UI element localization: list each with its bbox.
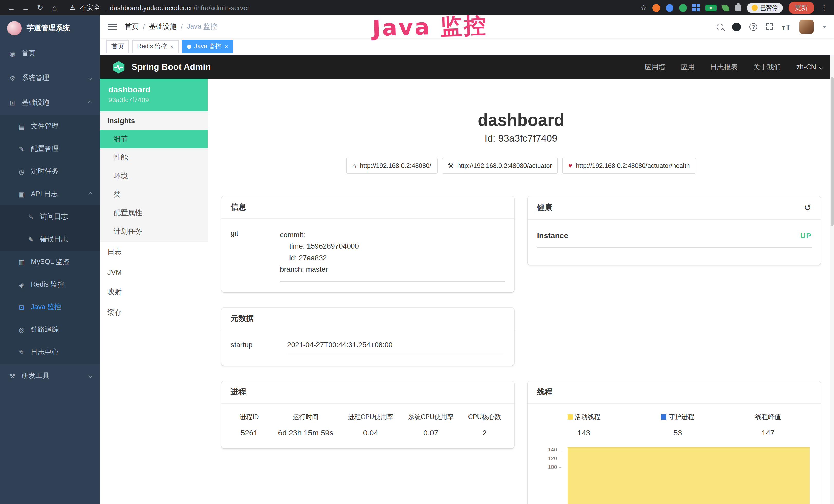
sba-insights-group: Insights 细节 性能 环境 类 配置属性 计划任务 (100, 111, 207, 242)
health-url-link[interactable]: ♥ http://192.168.0.2:48080/actuator/heal… (562, 158, 696, 174)
sba-nav-journal[interactable]: 日志报表 (710, 62, 738, 72)
sba-item-mappings[interactable]: 映射 (100, 282, 207, 302)
sidebar-item-api-logs[interactable]: ▣ API 日志 (0, 183, 100, 205)
card-metadata-header: 元数据 (221, 307, 514, 330)
metadata-value: 2021-04-27T00:44:31.254+08:00 (287, 336, 505, 355)
fullscreen-icon[interactable] (766, 23, 773, 30)
sba-item-metrics[interactable]: 性能 (100, 148, 207, 167)
scrollbar-thumb[interactable] (830, 77, 833, 226)
sba-nav-about[interactable]: 关于我们 (753, 62, 781, 72)
sba-navbar: Spring Boot Admin 应用墙 应用 日志报表 关于我们 zh-CN (100, 55, 834, 78)
browser-home-button[interactable]: ⌂ (48, 3, 61, 12)
browser-menu-icon[interactable]: ⋮ (820, 4, 829, 12)
sidebar-item-system-management[interactable]: ⚙ 系统管理 (0, 66, 100, 90)
browser-forward-button[interactable]: → (20, 3, 32, 12)
breadcrumb-infrastructure[interactable]: 基础设施 (149, 22, 177, 31)
page-scrollbar[interactable] (830, 55, 834, 504)
sidebar-item-java-monitor[interactable]: ⊡ Java 监控 (0, 296, 100, 318)
actuator-url-link[interactable]: ⚒ http://192.168.0.2:48080/actuator (441, 158, 558, 174)
tab-home[interactable]: 首页 (106, 40, 129, 53)
info-row-git: git commit: time: 1596289704000 id: 27aa… (231, 225, 505, 282)
sba-item-scheduled-tasks[interactable]: 计划任务 (100, 222, 207, 241)
sba-nav-menu: 应用墙 应用 日志报表 关于我们 zh-CN (644, 62, 823, 72)
sidebar-item-config-management[interactable]: ✎ 配置管理 (0, 138, 100, 160)
sba-item-logs[interactable]: 日志 (100, 242, 207, 262)
process-table: 进程ID 5261 运行时间 6d 23h 15m 59s 进程CPU使用率 (231, 410, 505, 438)
close-icon[interactable]: × (170, 43, 174, 49)
sidebar-menu: ◉ 首页 ⚙ 系统管理 ⊞ 基础设施 ▤ 文件管理 ✎ 配置管理 (0, 41, 100, 388)
metadata-row-startup: startup 2021-04-27T00:44:31.254+08:00 (231, 336, 505, 355)
sidebar-item-home[interactable]: ◉ 首页 (0, 41, 100, 66)
chevron-up-icon (88, 192, 93, 197)
sba-instance-header[interactable]: dashboard 93a3fc7f7409 (100, 78, 207, 111)
health-instance-row: Instance UP (537, 226, 812, 248)
help-icon[interactable]: ? (749, 23, 757, 30)
font-size-icon[interactable]: TT (782, 23, 790, 30)
sba-item-environment[interactable]: 环境 (100, 167, 207, 185)
sba-item-config-props[interactable]: 配置属性 (100, 204, 207, 222)
security-label[interactable]: 不安全 (80, 3, 100, 12)
sidebar-item-trace[interactable]: ◎ 链路追踪 (0, 318, 100, 341)
sba-item-jvm[interactable]: JVM (100, 262, 207, 282)
card-process-header: 进程 (221, 381, 514, 403)
close-icon[interactable]: × (224, 43, 228, 49)
extension-icon-grid[interactable] (693, 4, 700, 11)
browser-reload-button[interactable]: ↻ (34, 3, 46, 12)
user-avatar[interactable] (799, 20, 813, 34)
file-icon: ▤ (18, 122, 26, 130)
extension-icon-blue[interactable] (666, 4, 674, 12)
address-bar[interactable]: ⚠ 不安全 dashboard.yudao.iocoder.cn/infra/a… (70, 3, 638, 12)
tag-view-tabs: 首页 Redis 监控 × Java 监控 × (100, 38, 834, 55)
sba-item-classes[interactable]: 类 (100, 185, 207, 204)
redis-icon: ◈ (18, 281, 26, 288)
legend-swatch-blue (661, 414, 666, 419)
log-icon: ▣ (18, 190, 26, 198)
sidebar-item-infrastructure[interactable]: ⊞ 基础设施 (0, 90, 100, 115)
sba-nav-applications[interactable]: 应用 (681, 62, 695, 72)
breadcrumb-home[interactable]: 首页 (125, 22, 139, 31)
instance-url-link[interactable]: ⌂ http://192.168.0.2:48080/ (346, 158, 437, 174)
sidebar-item-log-center[interactable]: ✎ 日志中心 (0, 341, 100, 364)
sidebar-toggle-icon[interactable] (108, 23, 117, 30)
info-value: commit: time: 1596289704000 id: 27aa832 … (280, 225, 505, 282)
extension-icon-green[interactable] (679, 4, 687, 12)
sba-item-details[interactable]: 细节 (100, 130, 207, 148)
edit-icon: ✎ (18, 145, 26, 153)
extension-icon-orange[interactable] (652, 4, 660, 12)
sba-language-select[interactable]: zh-CN (796, 63, 823, 71)
sba-insights-label: Insights (100, 111, 207, 130)
sba-nav-wallboard[interactable]: 应用墙 (644, 62, 665, 72)
extension-icon-on-toggle[interactable]: on (705, 4, 717, 11)
sba-item-caches[interactable]: 缓存 (100, 302, 207, 323)
sidebar-item-error-logs[interactable]: ✎ 错误日志 (0, 228, 100, 251)
history-icon[interactable]: ↺ (804, 202, 812, 213)
browser-back-button[interactable]: ← (5, 3, 18, 12)
sidebar-item-scheduled-tasks[interactable]: ◷ 定时任务 (0, 160, 100, 183)
sidebar-item-mysql-monitor[interactable]: ▥ MySQL 监控 (0, 251, 100, 273)
sidebar-item-file-management[interactable]: ▤ 文件管理 (0, 115, 100, 138)
extension-icon-leaf[interactable] (722, 4, 730, 12)
search-icon[interactable] (717, 23, 723, 30)
bookmark-star-icon[interactable]: ☆ (640, 4, 647, 12)
home-icon: ⌂ (352, 162, 356, 169)
sidebar-item-dev-tools[interactable]: ⚒ 研发工具 (0, 364, 100, 388)
security-warning-icon: ⚠ (70, 4, 75, 11)
sba-instance-name: dashboard (108, 85, 199, 94)
app-logo-avatar (7, 21, 22, 36)
url-text[interactable]: dashboard.yudao.iocoder.cn/infra/admin-s… (110, 4, 249, 12)
avatar-caret-icon[interactable] (822, 25, 826, 28)
sba-brand-title[interactable]: Spring Boot Admin (132, 62, 211, 72)
browser-actions: ☆ on 已暂停 更新 ⋮ (640, 2, 829, 14)
sidebar-item-access-logs[interactable]: ✎ 访问日志 (0, 205, 100, 228)
app-logo-row[interactable]: 芋道管理系统 (0, 16, 100, 41)
instance-links: ⌂ http://192.168.0.2:48080/ ⚒ http://192… (221, 158, 821, 174)
chrome-update-button[interactable]: 更新 (788, 2, 814, 14)
extensions-puzzle-icon[interactable] (734, 4, 741, 11)
process-col-pid: 进程ID 5261 (235, 413, 264, 437)
profile-paused-badge[interactable]: 已暂停 (747, 3, 783, 13)
github-icon[interactable] (732, 22, 741, 31)
tab-java-monitor[interactable]: Java 监控 × (182, 40, 233, 53)
card-health-header: 健康 ↺ (528, 196, 821, 220)
sidebar-item-redis-monitor[interactable]: ◈ Redis 监控 (0, 273, 100, 296)
tab-redis-monitor[interactable]: Redis 监控 × (132, 40, 179, 53)
